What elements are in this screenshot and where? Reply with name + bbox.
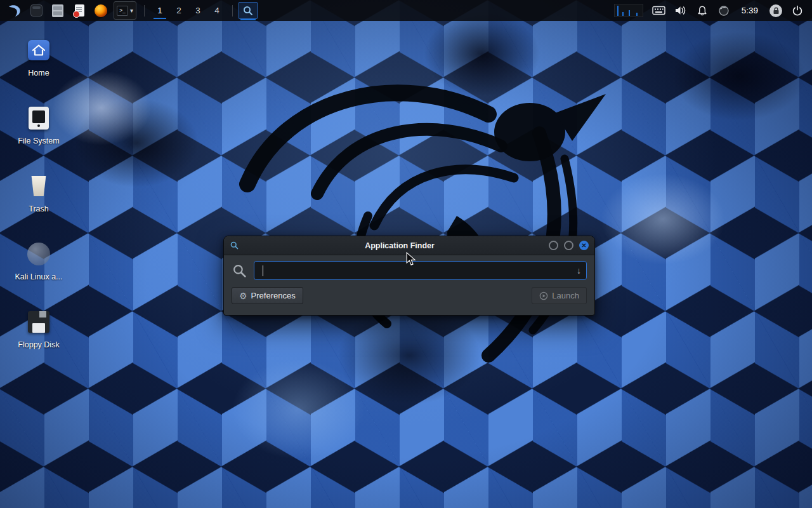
kali-logo-icon [7,3,22,18]
system-monitor-graph[interactable] [614,4,643,17]
search-input[interactable] [254,266,586,276]
launch-icon [539,291,548,300]
text-caret [263,265,263,276]
graph-bar [617,6,619,16]
notifications[interactable] [693,1,711,20]
document-icon [75,4,84,17]
lock-icon [773,7,780,15]
action-row: ⚙ Preferences Launch [232,287,587,304]
desktop-icon-floppy[interactable]: Floppy Disk [5,302,72,370]
desktop-icon-kali-docs[interactable]: Kali Linux a... [5,234,72,302]
window-list-button[interactable] [27,1,45,20]
window-search-icon [230,241,239,250]
desktop-icon-column: Home File System Trash Kali Linux a... F… [5,30,72,370]
clock[interactable]: 5:39 [737,1,763,20]
lock-badge [769,4,782,17]
chevron-down-icon[interactable]: ▾ [130,8,133,14]
launch-label: Launch [552,291,579,300]
workspace-4[interactable]: 4 [207,1,226,20]
close-button[interactable]: ✕ [579,241,589,250]
window-icon [30,4,43,17]
keyboard-icon [652,6,665,15]
preferences-button[interactable]: ⚙ Preferences [232,287,303,304]
separator [144,5,145,17]
kali-disc-icon [27,243,50,265]
mouse-cursor [405,252,417,266]
search-icon [242,5,254,17]
workspace-3[interactable]: 3 [188,1,207,20]
application-finder-window: Application Finder ✕ ↓ [223,236,595,316]
window-controls: ✕ [549,241,589,250]
maximize-button[interactable] [564,241,573,250]
drive-icon [29,107,49,130]
graph-bar [629,10,630,16]
firefox-icon [95,4,107,17]
close-icon: ✕ [581,243,586,249]
search-icon [232,263,247,279]
firefox-launcher[interactable] [92,1,110,20]
desktop-icon-label: Home [28,69,49,77]
desktop-icon-home[interactable]: Home [5,30,72,98]
workspace-2[interactable]: 2 [169,1,188,20]
desktop-icon-filesystem[interactable]: File System [5,98,72,166]
file-cabinet-icon [52,4,63,17]
power-icon [792,5,803,17]
desktop-icon-trash[interactable]: Trash [5,166,72,234]
dropdown-arrow-icon[interactable]: ↓ [577,265,581,276]
bell-icon [697,5,708,17]
panel-left: >_ ▾ 1 2 3 4 [4,0,258,21]
desktop-icon-label: Kali Linux a... [15,272,62,281]
panel-right: 5:39 [609,0,808,21]
terminal-launcher[interactable]: >_ ▾ [114,1,136,20]
globe-icon [718,5,730,17]
top-panel: >_ ▾ 1 2 3 4 [0,0,812,21]
status-indicator[interactable] [715,1,733,20]
desktop: >_ ▾ 1 2 3 4 [0,0,812,508]
trash-icon [29,176,48,196]
session-logout-button[interactable] [789,1,806,20]
keyboard-indicator[interactable] [650,1,668,20]
minimize-button[interactable] [549,241,558,250]
speaker-icon [674,5,686,16]
kali-dragon-logo [159,57,615,375]
separator [232,5,233,17]
screen-lock-indicator[interactable] [767,1,785,20]
applications-menu-button[interactable] [6,1,23,20]
file-manager-launcher[interactable] [49,1,67,20]
desktop-icon-label: Floppy Disk [18,340,59,349]
workspace-1[interactable]: 1 [150,1,169,20]
launch-button[interactable]: Launch [532,287,587,304]
gear-icon: ⚙ [239,291,247,300]
preferences-label: Preferences [251,291,296,300]
graph-bar [636,13,638,16]
search-entry[interactable]: ↓ [254,261,587,280]
volume-control[interactable] [672,1,690,20]
home-icon [28,40,49,60]
terminal-icon: >_ [117,6,128,16]
text-editor-launcher[interactable] [70,1,88,20]
desktop-icon-label: File System [18,137,59,145]
graph-bar [622,12,624,16]
application-finder-launcher[interactable] [239,2,258,19]
window-title: Application Finder [262,241,537,250]
floppy-disk-icon [28,311,49,333]
desktop-icon-label: Trash [29,204,49,213]
